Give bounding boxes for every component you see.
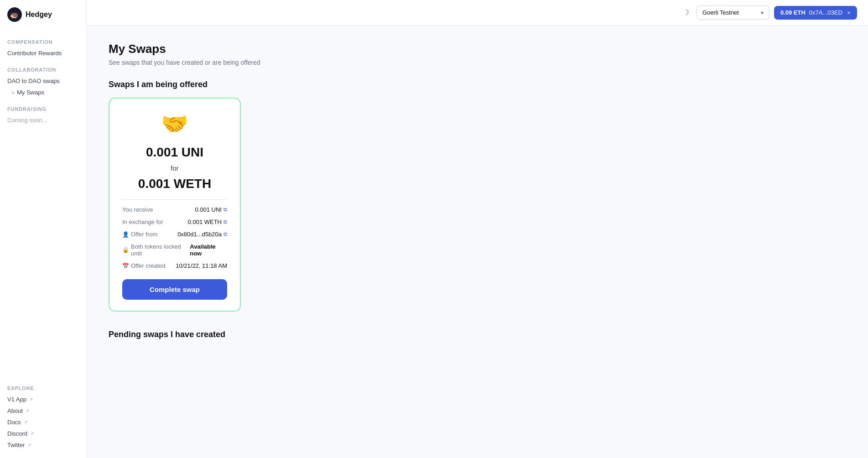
- detail-row-created: 📅 Offer created 10/21/22, 11:18 AM: [122, 262, 227, 269]
- wallet-close-icon[interactable]: ×: [847, 9, 851, 16]
- logo[interactable]: 🦔 Hedgey: [0, 0, 86, 31]
- hedgey-logo-icon: 🦔: [7, 7, 22, 22]
- card-divider: [122, 199, 227, 200]
- explore-section-label: EXPLORE: [0, 377, 86, 394]
- wallet-button[interactable]: 0.09 ETH 0x7A...03ED ×: [774, 6, 857, 20]
- detail-row-exchange: In exchange for 0.001 WETH ⧉: [122, 219, 227, 225]
- external-link-icon: ↗: [27, 442, 31, 448]
- page-title: My Swaps: [109, 42, 846, 56]
- main-area: ☽ Goerli Testnet ▾ 0.09 ETH 0x7A...03ED …: [87, 0, 868, 458]
- sidebar: 🦔 Hedgey COMPENSATION Contributor Reward…: [0, 0, 87, 458]
- detail-row-locked: 🔒 Both tokens locked until Available now: [122, 243, 227, 257]
- swaps-offered-section-title: Swaps I am being offered: [109, 80, 846, 89]
- sidebar-explore: EXPLORE V1 App ↗ About ↗ Docs ↗ Discord …: [0, 377, 86, 458]
- external-link-icon: ↗: [30, 431, 34, 436]
- main-content: My Swaps See swaps that you have created…: [87, 26, 868, 458]
- sidebar-item-my-swaps[interactable]: ↳ My Swaps: [0, 87, 86, 98]
- swap-card-details: You receive 0.001 UNI ⧉ In exchange for …: [122, 206, 227, 275]
- external-link-icon: ↗: [29, 397, 33, 402]
- compensation-section-label: COMPENSATION: [0, 31, 86, 47]
- detail-row-receive: You receive 0.001 UNI ⧉: [122, 206, 227, 213]
- external-link-icon: ↗: [26, 408, 29, 413]
- fundraising-section-label: FUNDRAISING: [0, 98, 86, 114]
- network-label: Goerli Testnet: [702, 9, 739, 16]
- sidebar-section-collaboration: COLLABORATION DAO to DAO swaps ↳ My Swap…: [0, 59, 86, 98]
- sidebar-section-compensation: COMPENSATION Contributor Rewards: [0, 31, 86, 59]
- wallet-eth-amount: 0.09 ETH: [780, 9, 806, 16]
- sidebar-item-dao-swaps[interactable]: DAO to DAO swaps: [0, 75, 86, 87]
- sidebar-item-discord[interactable]: Discord ↗: [0, 428, 86, 439]
- network-selector[interactable]: Goerli Testnet ▾: [696, 5, 769, 20]
- sidebar-item-contributor-rewards[interactable]: Contributor Rewards: [0, 47, 86, 59]
- wallet-address: 0x7A...03ED: [809, 9, 842, 16]
- swap-offer-card: 🤝 0.001 UNI for 0.001 WETH You receive 0…: [109, 98, 241, 312]
- receive-amount: 0.001 WETH: [138, 177, 211, 191]
- pending-swaps-section-title: Pending swaps I have created: [109, 330, 846, 339]
- sidebar-item-coming-soon: Coming soon...: [0, 114, 86, 126]
- sub-arrow-icon: ↳: [11, 89, 15, 95]
- complete-swap-button[interactable]: Complete swap: [122, 279, 227, 300]
- chevron-down-icon: ▾: [761, 10, 764, 16]
- page-subtitle: See swaps that you have created or are b…: [109, 59, 846, 66]
- sidebar-section-fundraising: FUNDRAISING Coming soon...: [0, 98, 86, 126]
- handshake-emoji: 🤝: [161, 111, 188, 137]
- sidebar-item-v1-app[interactable]: V1 App ↗: [0, 394, 86, 405]
- collaboration-section-label: COLLABORATION: [0, 59, 86, 75]
- for-label: for: [171, 164, 179, 172]
- created-value: 10/21/22, 11:18 AM: [176, 262, 227, 269]
- offer-from-label: 👤 Offer from: [122, 231, 157, 238]
- external-link-icon: ↗: [24, 420, 27, 425]
- receive-external-link-icon[interactable]: ⧉: [223, 207, 227, 213]
- sidebar-item-about[interactable]: About ↗: [0, 405, 86, 416]
- offer-from-value: 0x80d1...d5b20a ⧉: [177, 231, 227, 238]
- detail-row-offer-from: 👤 Offer from 0x80d1...d5b20a ⧉: [122, 231, 227, 238]
- sidebar-item-docs[interactable]: Docs ↗: [0, 416, 86, 428]
- locked-label: 🔒 Both tokens locked until: [122, 243, 190, 257]
- offer-from-external-link-icon[interactable]: ⧉: [223, 231, 227, 237]
- give-amount: 0.001 UNI: [146, 145, 203, 160]
- created-label: 📅 Offer created: [122, 262, 166, 269]
- exchange-label: In exchange for: [122, 219, 163, 225]
- svg-text:🦔: 🦔: [10, 10, 19, 19]
- exchange-value: 0.001 WETH ⧉: [188, 219, 227, 225]
- theme-toggle-button[interactable]: ☽: [680, 5, 692, 20]
- sidebar-item-twitter[interactable]: Twitter ↗: [0, 439, 86, 451]
- receive-value: 0.001 UNI ⧉: [195, 206, 227, 213]
- locked-value: Available now: [190, 243, 227, 257]
- calendar-icon: 📅: [122, 263, 129, 269]
- receive-label: You receive: [122, 206, 153, 213]
- topbar: ☽ Goerli Testnet ▾ 0.09 ETH 0x7A...03ED …: [87, 0, 868, 26]
- person-icon: 👤: [122, 231, 129, 238]
- logo-text: Hedgey: [26, 10, 52, 19]
- lock-icon: 🔒: [122, 247, 129, 253]
- exchange-external-link-icon[interactable]: ⧉: [223, 219, 227, 225]
